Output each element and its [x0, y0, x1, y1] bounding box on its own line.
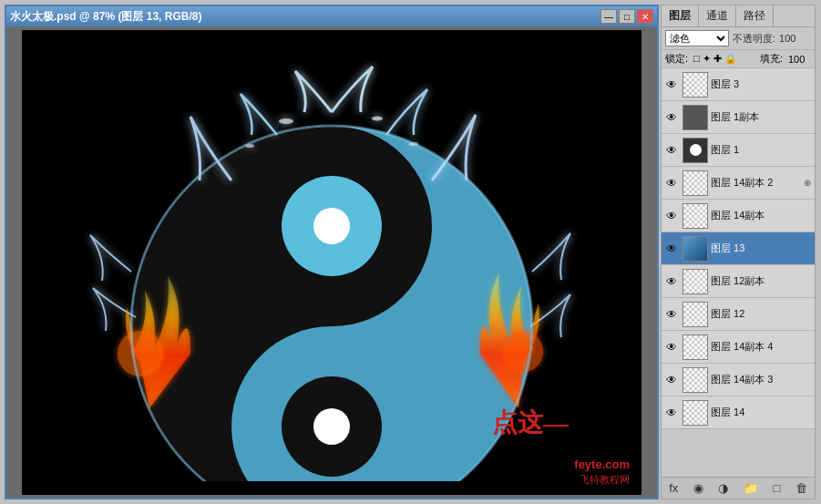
layer-item[interactable]: 👁图层 14副本 — [662, 200, 815, 232]
layers-panel: 图层 通道 路径 滤色 正常 叠加 不透明度: 100 锁定: □ ✦ ✚ 🔒 … — [661, 5, 816, 499]
layer-visibility-icon[interactable]: 👁 — [663, 241, 680, 257]
layer-thumbnail — [682, 105, 708, 130]
delete-layer-button[interactable]: 🗑 — [793, 481, 810, 495]
blend-mode-select[interactable]: 滤色 正常 叠加 — [665, 30, 729, 46]
layer-visibility-icon[interactable]: 👁 — [663, 77, 680, 93]
minimize-button[interactable]: — — [600, 9, 617, 24]
svg-point-9 — [503, 332, 543, 372]
layer-visibility-icon[interactable]: 👁 — [663, 339, 680, 355]
image-canvas[interactable]: 点这— feyte.com 飞特教程网 — [22, 30, 641, 495]
opacity-value: 100 — [779, 33, 802, 44]
layer-visibility-icon[interactable]: 👁 — [663, 405, 680, 421]
blend-mode-row: 滤色 正常 叠加 不透明度: 100 — [662, 27, 815, 50]
layer-name: 图层 12 — [711, 307, 813, 321]
layer-visibility-icon[interactable]: 👁 — [663, 109, 680, 126]
layer-visibility-icon[interactable]: 👁 — [663, 273, 680, 290]
window-controls: — □ ✕ — [600, 9, 653, 24]
layer-name: 图层 14副本 4 — [711, 340, 813, 354]
layer-item[interactable]: 👁图层 1副本 — [662, 101, 815, 134]
lock-icons: □ ✦ ✚ 🔒 — [693, 53, 737, 65]
svg-point-8 — [118, 331, 163, 376]
layer-thumbnail — [682, 302, 708, 327]
add-mask-button[interactable]: ◉ — [691, 481, 706, 495]
svg-point-4 — [279, 118, 293, 124]
fill-value: 100 — [788, 54, 811, 65]
main-window: 水火太极.psd @ 87% (图层 13, RGB/8) — □ ✕ — [5, 5, 659, 499]
watermark: feyte.com 飞特教程网 — [571, 457, 632, 488]
svg-point-12 — [313, 208, 350, 244]
lock-label: 锁定: — [665, 52, 688, 66]
layer-name: 图层 13 — [711, 242, 813, 255]
layer-name: 图层 1副本 — [711, 110, 813, 124]
layer-name: 图层 3 — [711, 77, 813, 91]
layer-name: 图层 1 — [711, 143, 813, 157]
layer-name: 图层 14副本 — [711, 209, 813, 222]
title-bar: 水火太极.psd @ 87% (图层 13, RGB/8) — □ ✕ — [6, 6, 657, 26]
new-layer-button[interactable]: □ — [770, 481, 783, 495]
canvas-area: 点这— feyte.com 飞特教程网 — [6, 26, 657, 498]
tab-paths[interactable]: 路径 — [736, 5, 774, 26]
layer-item[interactable]: 👁图层 12 — [662, 298, 815, 331]
layer-list: 👁图层 3👁图层 1副本👁图层 1👁图层 14副本 2⊕👁图层 14副本👁图层 … — [662, 68, 815, 477]
layer-thumbnail — [682, 72, 708, 98]
layer-thumbnail — [682, 203, 708, 229]
fill-label: 填充: — [760, 52, 783, 66]
layer-thumbnail — [682, 334, 708, 360]
layer-item[interactable]: 👁图层 14副本 4 — [662, 331, 815, 364]
lock-row: 锁定: □ ✦ ✚ 🔒 填充: 100 — [662, 50, 815, 68]
layer-item[interactable]: 👁图层 14 — [662, 396, 815, 429]
layer-item[interactable]: 👁图层 14副本 3 — [662, 364, 815, 396]
layer-item[interactable]: 👁图层 12副本 — [662, 265, 815, 298]
watermark-url: feyte.com — [571, 457, 632, 472]
tab-layers[interactable]: 图层 — [662, 5, 699, 26]
annotation-text: 点这— — [492, 406, 569, 440]
new-adjustment-button[interactable]: ◑ — [715, 481, 731, 495]
layer-item[interactable]: 👁图层 1 — [662, 134, 815, 167]
layer-item[interactable]: 👁图层 3 — [662, 68, 815, 101]
layer-visibility-icon[interactable]: 👁 — [663, 175, 680, 191]
panel-tabs: 图层 通道 路径 — [662, 5, 815, 27]
maximize-button[interactable]: □ — [619, 9, 635, 24]
layer-thumbnail — [682, 367, 708, 393]
svg-point-5 — [372, 116, 383, 120]
layer-thumbnail — [682, 170, 708, 196]
layer-name: 图层 14副本 2 — [711, 176, 804, 190]
layer-visibility-icon[interactable]: 👁 — [663, 208, 680, 224]
layer-thumbnail — [682, 138, 708, 163]
layer-thumbnail — [682, 269, 708, 294]
svg-point-13 — [313, 408, 350, 445]
layer-visibility-icon[interactable]: 👁 — [663, 306, 680, 323]
fx-button[interactable]: fx — [666, 481, 681, 495]
layer-name: 图层 12副本 — [711, 274, 813, 288]
tab-channels[interactable]: 通道 — [699, 5, 736, 26]
watermark-name: 飞特教程网 — [577, 472, 632, 488]
layer-visibility-icon[interactable]: 👁 — [663, 142, 680, 159]
layer-badge: ⊕ — [804, 178, 811, 188]
layer-item[interactable]: 👁图层 14副本 2⊕ — [662, 167, 815, 200]
panel-toolbar: fx ◉ ◑ 📁 □ 🗑 — [662, 477, 815, 499]
layer-name: 图层 14 — [711, 406, 813, 419]
window-title: 水火太极.psd @ 87% (图层 13, RGB/8) — [10, 9, 201, 25]
new-group-button[interactable]: 📁 — [741, 481, 761, 495]
close-button[interactable]: ✕ — [637, 9, 653, 24]
layer-visibility-icon[interactable]: 👁 — [663, 372, 680, 388]
layer-thumbnail — [682, 400, 708, 426]
layer-item[interactable]: 👁图层 13 — [662, 232, 815, 265]
opacity-label: 不透明度: — [733, 32, 775, 46]
layer-name: 图层 14副本 3 — [711, 373, 813, 386]
layer-thumbnail — [682, 236, 708, 262]
